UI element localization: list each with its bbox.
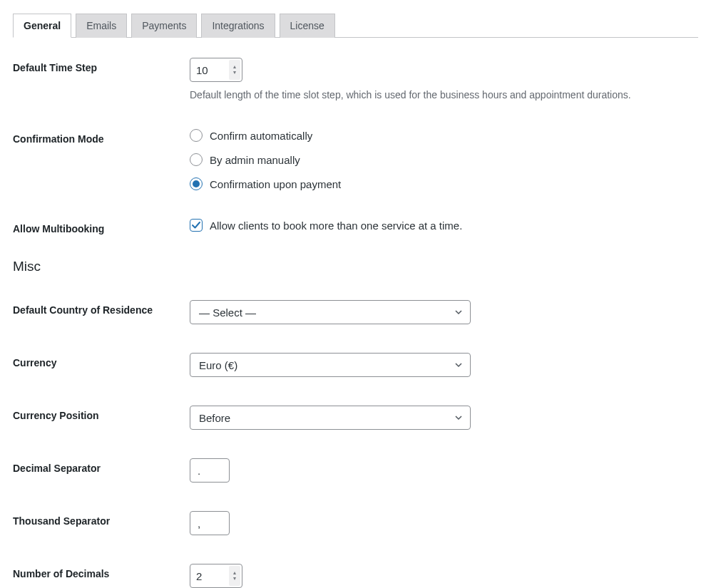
spinner-default-time-step[interactable]: ▴ ▾ <box>229 60 240 80</box>
label-allow-multibooking: Allow Multibooking <box>13 219 190 234</box>
select-currency-position[interactable]: Before <box>190 406 471 430</box>
tab-license[interactable]: License <box>280 14 335 38</box>
select-currency[interactable]: Euro (€) <box>190 353 471 377</box>
row-confirmation-mode: Confirmation Mode Confirm automatically … <box>13 129 698 190</box>
row-currency-position: Currency Position Before <box>13 406 698 430</box>
input-default-time-step[interactable]: 10 ▴ ▾ <box>190 58 242 82</box>
chevron-down-icon <box>454 361 463 369</box>
radio-icon <box>190 129 203 142</box>
chevron-down-icon <box>454 308 463 316</box>
radio-confirm-automatically[interactable]: Confirm automatically <box>190 129 698 142</box>
select-value: Euro (€) <box>199 359 237 371</box>
spinner-down-icon[interactable]: ▾ <box>233 70 236 76</box>
select-default-country[interactable]: — Select — <box>190 300 471 324</box>
radio-icon <box>190 153 203 166</box>
checkbox-icon <box>190 219 203 232</box>
description-default-time-step: Default length of the time slot step, wh… <box>190 89 698 100</box>
tab-emails[interactable]: Emails <box>76 14 127 38</box>
checkbox-label: Allow clients to book more than one serv… <box>210 220 462 232</box>
tab-integrations[interactable]: Integrations <box>201 14 275 38</box>
label-number-of-decimals: Number of Decimals <box>13 564 190 579</box>
row-currency: Currency Euro (€) <box>13 353 698 377</box>
select-value: — Select — <box>199 306 256 319</box>
radio-label: Confirmation upon payment <box>210 178 341 190</box>
checkmark-icon <box>191 220 201 230</box>
checkbox-allow-multibooking[interactable]: Allow clients to book more than one serv… <box>190 219 698 232</box>
label-currency-position: Currency Position <box>13 406 190 421</box>
value-default-time-step: 10 <box>196 64 208 76</box>
input-thousand-separator[interactable] <box>190 511 230 535</box>
input-number-of-decimals[interactable]: 2 ▴ ▾ <box>190 564 242 588</box>
select-value: Before <box>199 412 230 424</box>
row-default-country: Default Country of Residence — Select — <box>13 300 698 324</box>
value-number-of-decimals: 2 <box>196 570 202 582</box>
label-confirmation-mode: Confirmation Mode <box>13 129 190 145</box>
radio-group-confirmation-mode: Confirm automatically By admin manually … <box>190 129 698 190</box>
radio-label: By admin manually <box>210 154 300 166</box>
input-decimal-separator[interactable] <box>190 458 230 483</box>
label-thousand-separator: Thousand Separator <box>13 511 190 527</box>
row-thousand-separator: Thousand Separator <box>13 511 698 535</box>
label-default-country: Default Country of Residence <box>13 300 190 316</box>
radio-label: Confirm automatically <box>210 130 312 142</box>
tab-general[interactable]: General <box>13 14 71 38</box>
radio-by-admin-manually[interactable]: By admin manually <box>190 153 698 166</box>
tab-payments[interactable]: Payments <box>131 14 197 38</box>
row-allow-multibooking: Allow Multibooking Allow clients to book… <box>13 219 698 234</box>
chevron-down-icon <box>454 413 463 422</box>
spinner-down-icon[interactable]: ▾ <box>233 576 236 582</box>
row-number-of-decimals: Number of Decimals 2 ▴ ▾ <box>13 564 698 588</box>
spinner-number-of-decimals[interactable]: ▴ ▾ <box>229 566 240 586</box>
row-default-time-step: Default Time Step 10 ▴ ▾ Default length … <box>13 58 698 100</box>
label-decimal-separator: Decimal Separator <box>13 458 190 474</box>
label-default-time-step: Default Time Step <box>13 58 190 73</box>
section-heading-misc: Misc <box>13 259 698 274</box>
label-currency: Currency <box>13 353 190 368</box>
tabs-bar: General Emails Payments Integrations Lic… <box>13 13 698 38</box>
row-decimal-separator: Decimal Separator <box>13 458 698 483</box>
radio-icon <box>190 177 203 190</box>
radio-confirmation-upon-payment[interactable]: Confirmation upon payment <box>190 177 698 190</box>
